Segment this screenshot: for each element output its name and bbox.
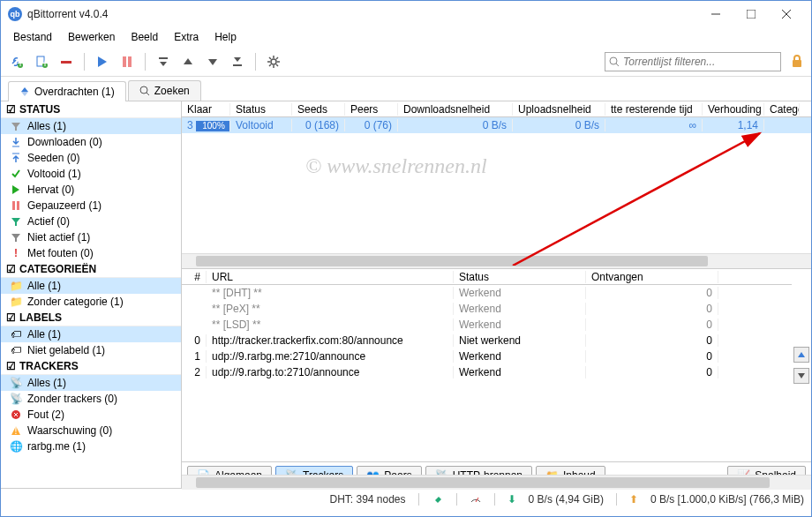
remove-button[interactable] [56, 51, 77, 72]
sidebar-item-resumed[interactable]: Hervat (0) [1, 182, 181, 198]
sidebar-item-inactive[interactable]: Niet actief (1) [1, 229, 181, 245]
close-button[interactable] [769, 2, 804, 26]
menu-extra[interactable]: Extra [167, 29, 206, 45]
svg-text:+: + [17, 57, 23, 69]
tracker-row[interactable]: 0http://tracker.trackerfix.com:80/announ… [182, 333, 792, 348]
svg-point-23 [610, 57, 617, 64]
dht-status: DHT: 394 nodes [329, 493, 405, 506]
move-tracker-down-button[interactable] [793, 368, 809, 384]
col-ratio[interactable]: Verhouding [703, 103, 764, 116]
download-icon [10, 136, 22, 148]
group-status[interactable]: ☑STATUS [1, 101, 181, 118]
menu-bestand[interactable]: Bestand [6, 29, 59, 45]
sidebar-tracker-all[interactable]: 📡Alles (1) [1, 375, 181, 391]
torrent-header[interactable]: Klaar Status Seeds Peers Downloadsnelhei… [182, 101, 811, 117]
tracker-header[interactable]: # URL Status Ontvangen [182, 269, 792, 285]
tab-search-label: Zoeken [154, 85, 190, 97]
ul-speed: 0 B/s [1.000,0 KiB/s] (766,3 MiB) [650, 493, 804, 506]
minimize-button[interactable] [698, 2, 733, 26]
menu-bewerken[interactable]: Bewerken [61, 29, 122, 45]
col-ul[interactable]: Uploadsnelheid [513, 103, 605, 116]
sidebar-tracker-warning[interactable]: !Waarschuwing (0) [1, 423, 181, 438]
group-trackers[interactable]: ☑TRACKERS [1, 358, 181, 375]
svg-rect-11 [128, 56, 132, 67]
tracker-row[interactable]: ** [DHT] **Werkend0 [182, 285, 792, 301]
svg-line-24 [616, 64, 619, 66]
col-url[interactable]: URL [207, 271, 454, 283]
folder-icon: 📁 [10, 296, 22, 308]
col-num[interactable]: # [182, 271, 207, 283]
tracker-row[interactable]: 1udp://9.rarbg.me:2710/announceWerkend0 [182, 348, 792, 364]
sidebar-item-completed[interactable]: Voltooid (1) [1, 166, 181, 182]
filter-input[interactable] [623, 56, 777, 68]
sidebar-tracker-error[interactable]: Fout (2) [1, 407, 181, 423]
statusbar: DHT: 394 nodes ⬇ 0 B/s (4,94 GiB) ⬆ 0 B/… [1, 488, 811, 509]
col-status[interactable]: Status [230, 103, 292, 116]
error-circle-icon [10, 408, 22, 421]
sidebar-tracker-rarbg[interactable]: 🌐rarbg.me (1) [1, 438, 181, 454]
tag-icon: 🏷 [10, 328, 22, 341]
sidebar-item-seeding[interactable]: Seeden (0) [1, 150, 181, 166]
move-tracker-up-button[interactable] [793, 347, 809, 363]
app-icon: qb [8, 7, 22, 21]
svg-line-22 [276, 57, 278, 59]
group-labels[interactable]: ☑LABELS [1, 310, 181, 326]
tracker-row[interactable]: ** [PeX] **Werkend0 [182, 301, 792, 317]
error-icon: ! [10, 247, 22, 259]
sidebar-cat-none[interactable]: 📁Zonder categorie (1) [1, 294, 181, 310]
sidebar-cat-all[interactable]: 📁Alle (1) [1, 278, 181, 294]
col-klaar[interactable]: Klaar [182, 103, 230, 116]
tracker-table: # URL Status Ontvangen ** [DHT] **Werken… [182, 269, 792, 461]
move-down-button[interactable] [202, 51, 223, 72]
menu-help[interactable]: Help [207, 29, 244, 45]
play-icon [10, 184, 22, 196]
move-bottom-button[interactable] [227, 51, 248, 72]
svg-point-14 [271, 59, 276, 64]
sidebar-label-none[interactable]: 🏷Niet gelabeld (1) [1, 342, 181, 358]
sidebar-item-active[interactable]: Actief (0) [1, 214, 181, 229]
down-arrow-icon: ⬇ [508, 493, 516, 506]
h-scrollbar[interactable] [182, 253, 811, 268]
add-file-button[interactable]: + [31, 51, 52, 72]
col-cat[interactable]: Catego [764, 103, 800, 116]
sidebar-item-errored[interactable]: !Met fouten (0) [1, 245, 181, 261]
tracker-row[interactable]: ** [LSD] **Werkend0 [182, 317, 792, 333]
col-seeds[interactable]: Seeds [292, 103, 345, 116]
torrent-row[interactable]: 3 100% Voltooid 0 (168) 0 (76) 0 B/s 0 B… [182, 117, 811, 133]
move-top-button[interactable] [153, 51, 174, 72]
move-up-button[interactable] [177, 51, 199, 72]
settings-button[interactable] [263, 51, 284, 72]
sidebar-item-all[interactable]: Alles (1) [1, 118, 181, 134]
group-categories[interactable]: ☑CATEGORIEËN [1, 261, 181, 278]
svg-line-19 [269, 57, 271, 59]
col-tstatus[interactable]: Status [454, 271, 586, 283]
svg-rect-1 [747, 10, 756, 19]
toolbar: + + [1, 47, 811, 77]
svg-rect-9 [61, 61, 71, 64]
sidebar-item-paused[interactable]: Gepauzeerd (1) [1, 198, 181, 214]
sidebar-label-all[interactable]: 🏷Alle (1) [1, 326, 181, 342]
tracker-row[interactable]: 2udp://9.rarbg.to:2710/announceWerkend0 [182, 364, 792, 380]
menu-beeld[interactable]: Beeld [124, 29, 165, 45]
sidebar-tracker-none[interactable]: 📡Zonder trackers (0) [1, 391, 181, 407]
tag-icon: 🏷 [10, 344, 22, 356]
resume-button[interactable] [92, 51, 113, 72]
col-eta[interactable]: tte resterende tijd [605, 103, 703, 116]
speedometer-icon[interactable] [470, 493, 482, 506]
col-ontvangen[interactable]: Ontvangen [586, 271, 718, 283]
check-icon [10, 168, 22, 180]
svg-rect-30 [12, 201, 15, 210]
globe-icon: 🌐 [10, 440, 22, 453]
filter-input-box[interactable] [605, 52, 781, 71]
filter-icon [10, 120, 22, 132]
tab-search[interactable]: Zoeken [128, 80, 201, 101]
col-dl[interactable]: Downloadsnelheid [398, 103, 513, 116]
pause-button[interactable] [117, 51, 138, 72]
lock-icon[interactable] [790, 54, 806, 70]
add-link-button[interactable]: + [6, 51, 27, 72]
tab-transfers[interactable]: Overdrachten (1) [8, 81, 126, 101]
maximize-button[interactable] [733, 2, 769, 26]
col-peers[interactable]: Peers [345, 103, 398, 116]
sidebar-item-downloading[interactable]: Downloaden (0) [1, 134, 181, 150]
tab-transfers-label: Overdrachten (1) [34, 86, 115, 98]
